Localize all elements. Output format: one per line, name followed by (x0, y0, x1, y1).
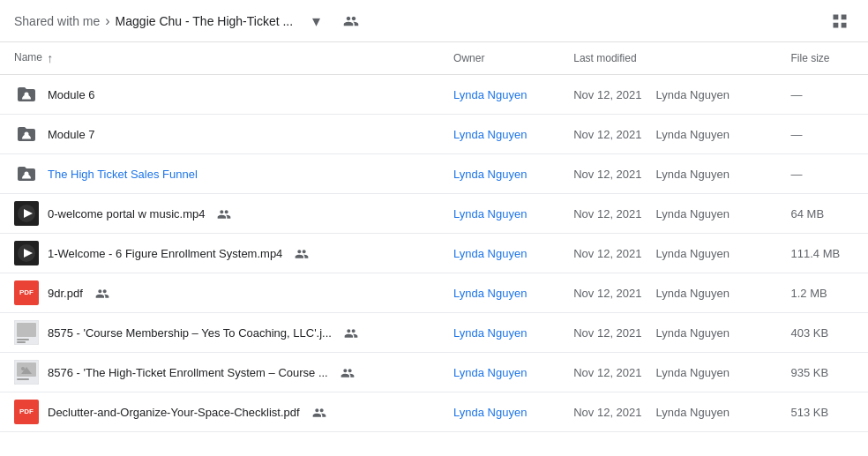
file-name[interactable]: Module 7 (48, 128, 94, 141)
date-cell: Nov 12, 2021 Lynda Nguyen (559, 313, 776, 353)
table-row[interactable]: PDF 9dr.pdf Lynda Nguyen Nov 12, 2021 Ly… (0, 273, 868, 313)
svg-rect-17 (17, 378, 29, 380)
last-modified-by: Lynda Nguyen (656, 88, 730, 101)
breadcrumb-chevron-icon: › (105, 13, 109, 29)
last-modified-date: Nov 12, 2021 (573, 366, 641, 379)
col-file-size: File size (777, 42, 868, 75)
last-modified-date: Nov 12, 2021 (573, 207, 641, 221)
file-name[interactable]: Module 6 (48, 88, 94, 101)
svg-rect-10 (17, 323, 36, 337)
dropdown-icon[interactable]: ▾ (302, 7, 330, 35)
date-cell: Nov 12, 2021 Lynda Nguyen (559, 234, 776, 273)
name-cell[interactable]: 8575 - 'Course Membership – Yes To Coach… (0, 313, 439, 353)
svg-rect-11 (17, 339, 29, 340)
owner-cell[interactable]: Lynda Nguyen (439, 115, 559, 154)
file-type-icon (14, 122, 39, 146)
table-row[interactable]: 0-welcome portal w music.mp4 Lynda Nguye… (0, 194, 868, 234)
file-size-cell: — (777, 154, 868, 194)
shared-people-icon (295, 245, 309, 260)
owner-cell[interactable]: Lynda Nguyen (439, 154, 559, 194)
date-cell: Nov 12, 2021 Lynda Nguyen (559, 392, 776, 432)
file-type-icon (14, 360, 39, 385)
table-row[interactable]: 8576 - 'The High-Ticket Enrollment Syste… (0, 353, 868, 392)
table-row[interactable]: The High Ticket Sales Funnel Lynda Nguye… (0, 154, 868, 194)
breadcrumb-current-folder: Maggie Chu - The High-Ticket ... (116, 14, 294, 28)
last-modified-by: Lynda Nguyen (656, 207, 730, 221)
shared-people-icon (217, 206, 231, 221)
last-modified-date: Nov 12, 2021 (573, 406, 641, 419)
last-modified-by: Lynda Nguyen (656, 366, 730, 379)
date-cell: Nov 12, 2021 Lynda Nguyen (559, 154, 776, 194)
share-people-icon[interactable] (337, 7, 365, 35)
file-name[interactable]: 8576 - 'The High-Ticket Enrollment Syste… (48, 366, 328, 379)
owner-cell[interactable]: Lynda Nguyen (439, 313, 559, 353)
owner-cell[interactable]: Lynda Nguyen (439, 353, 559, 392)
file-type-icon (14, 161, 39, 186)
shared-people-icon (95, 285, 109, 300)
table-header-row: Name ↑ Owner Last modified File size (0, 42, 868, 75)
file-type-icon (14, 320, 39, 345)
file-type-icon (14, 241, 39, 265)
file-size-cell: 111.4 MB (777, 234, 868, 273)
svg-point-16 (21, 367, 25, 370)
file-size-cell: — (777, 115, 868, 154)
name-cell[interactable]: PDF 9dr.pdf (0, 273, 439, 313)
last-modified-by: Lynda Nguyen (656, 406, 730, 419)
name-cell[interactable]: PDF Declutter-and-Organize-Your-Space-Ch… (0, 392, 439, 432)
shared-people-icon (312, 404, 326, 419)
file-size-cell: 1.2 MB (777, 273, 868, 313)
owner-cell[interactable]: Lynda Nguyen (439, 234, 559, 273)
name-cell[interactable]: 8576 - 'The High-Ticket Enrollment Syste… (0, 353, 439, 392)
last-modified-by: Lynda Nguyen (656, 128, 730, 141)
last-modified-by: Lynda Nguyen (656, 168, 730, 181)
name-cell[interactable]: The High Ticket Sales Funnel (0, 154, 439, 194)
name-cell[interactable]: 0-welcome portal w music.mp4 (0, 194, 439, 234)
col-last-modified: Last modified (559, 42, 776, 75)
shared-people-icon (340, 364, 355, 379)
owner-cell[interactable]: Lynda Nguyen (439, 194, 559, 234)
file-size-cell: 513 KB (777, 392, 868, 432)
table-row[interactable]: PDF Declutter-and-Organize-Your-Space-Ch… (0, 392, 868, 432)
date-cell: Nov 12, 2021 Lynda Nguyen (559, 75, 776, 115)
date-cell: Nov 12, 2021 Lynda Nguyen (559, 273, 776, 313)
last-modified-date: Nov 12, 2021 (573, 326, 641, 340)
owner-cell[interactable]: Lynda Nguyen (439, 273, 559, 313)
file-type-icon (14, 201, 39, 226)
table-row[interactable]: 8575 - 'Course Membership – Yes To Coach… (0, 313, 868, 353)
file-size-cell: 403 KB (777, 313, 868, 353)
breadcrumb-shared[interactable]: Shared with me (14, 14, 100, 28)
file-type-icon: PDF (14, 400, 39, 424)
file-name[interactable]: 8575 - 'Course Membership – Yes To Coach… (48, 326, 332, 340)
owner-cell[interactable]: Lynda Nguyen (439, 75, 559, 115)
header-right-actions (826, 7, 854, 35)
last-modified-date: Nov 12, 2021 (573, 247, 641, 260)
table-row[interactable]: Module 7 Lynda Nguyen Nov 12, 2021 Lynda… (0, 115, 868, 154)
svg-rect-12 (17, 341, 26, 343)
last-modified-by: Lynda Nguyen (656, 326, 730, 340)
file-name[interactable]: The High Ticket Sales Funnel (48, 168, 198, 181)
file-type-icon (14, 82, 39, 107)
grid-view-icon[interactable] (826, 7, 854, 35)
table-row[interactable]: Module 6 Lynda Nguyen Nov 12, 2021 Lynda… (0, 75, 868, 115)
file-size-cell: 935 KB (777, 353, 868, 392)
file-name[interactable]: 9dr.pdf (48, 287, 83, 300)
col-name[interactable]: Name ↑ (0, 42, 439, 75)
name-cell[interactable]: Module 6 (0, 75, 439, 115)
col-owner: Owner (439, 42, 559, 75)
table-row[interactable]: 1-Welcome - 6 Figure Enrollment System.m… (0, 234, 868, 273)
last-modified-date: Nov 12, 2021 (573, 287, 641, 300)
file-name[interactable]: 1-Welcome - 6 Figure Enrollment System.m… (48, 247, 282, 260)
file-list-table: Name ↑ Owner Last modified File size Mod… (0, 42, 868, 432)
owner-cell[interactable]: Lynda Nguyen (439, 392, 559, 432)
file-name[interactable]: Declutter-and-Organize-Your-Space-Checkl… (48, 406, 300, 419)
file-type-icon: PDF (14, 280, 39, 305)
shared-people-icon (344, 325, 358, 340)
header-breadcrumb: Shared with me › Maggie Chu - The High-T… (0, 0, 868, 42)
name-cell[interactable]: Module 7 (0, 115, 439, 154)
last-modified-by: Lynda Nguyen (656, 287, 730, 300)
file-name[interactable]: 0-welcome portal w music.mp4 (48, 207, 205, 221)
name-cell[interactable]: 1-Welcome - 6 Figure Enrollment System.m… (0, 234, 439, 273)
date-cell: Nov 12, 2021 Lynda Nguyen (559, 194, 776, 234)
file-size-cell: 64 MB (777, 194, 868, 234)
last-modified-date: Nov 12, 2021 (573, 88, 641, 101)
